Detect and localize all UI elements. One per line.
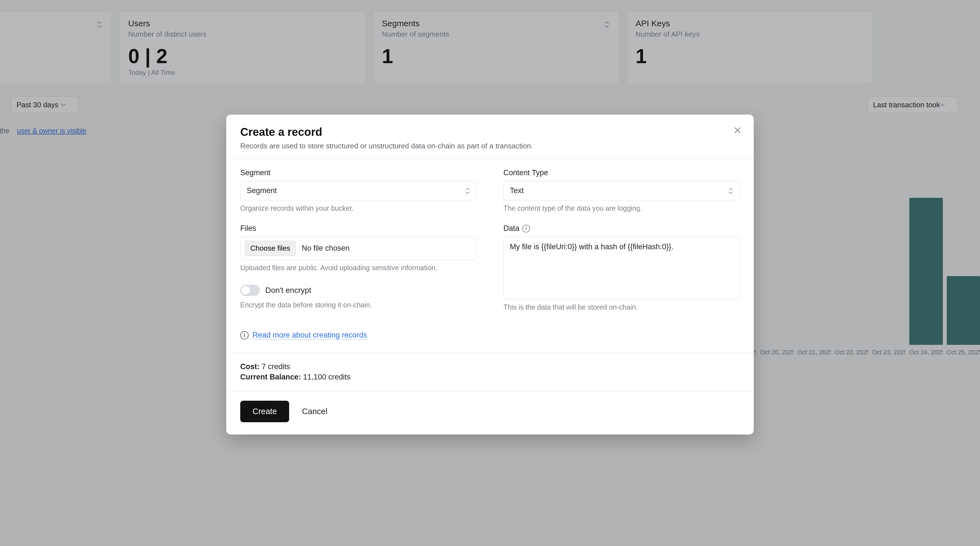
balance-line: Current Balance: 11,100 credits [240, 373, 740, 381]
chevron-updown-icon [728, 187, 733, 194]
files-field: Files Choose files No file chosen Upload… [240, 224, 477, 311]
encrypt-row: Don't encrypt [240, 285, 477, 296]
encrypt-helper: Encrypt the data before storing it on-ch… [240, 301, 477, 309]
content-type-select[interactable]: Text [503, 181, 740, 201]
content-type-label: Content Type [503, 169, 740, 177]
cost-label: Cost: [240, 363, 259, 371]
cancel-button[interactable]: Cancel [302, 407, 327, 416]
cost-line: Cost: 7 credits [240, 363, 740, 371]
content-type-field: Content Type Text The content type of th… [503, 169, 740, 212]
create-record-modal: Create a record Records are used to stor… [226, 115, 754, 435]
info-icon[interactable]: i [522, 224, 530, 232]
content-type-value: Text [510, 186, 524, 195]
content-type-helper: The content type of the data you are log… [503, 204, 740, 212]
choose-files-button[interactable]: Choose files [245, 241, 296, 256]
read-more-link[interactable]: Read more about creating records [253, 331, 367, 340]
segment-label: Segment [240, 169, 477, 177]
segment-helper: Organize records within your bucket. [240, 204, 477, 212]
cost-value: 7 credits [262, 363, 290, 371]
balance-label: Current Balance: [240, 373, 301, 381]
encrypt-label: Don't encrypt [266, 286, 311, 295]
info-icon: i [240, 331, 249, 339]
segment-select[interactable]: Segment [240, 181, 477, 201]
read-more-row: i Read more about creating records [240, 331, 740, 340]
close-icon[interactable] [733, 126, 742, 135]
modal-body: Segment Segment Organize records within … [226, 158, 754, 342]
data-label: Data i [503, 224, 740, 233]
modal-title: Create a record [240, 126, 740, 138]
data-textarea[interactable] [503, 237, 740, 299]
create-button[interactable]: Create [240, 401, 289, 422]
data-field: Data i This is the data that will be sto… [503, 224, 740, 311]
data-helper: This is the data that will be stored on-… [503, 303, 740, 311]
files-helper: Uploaded files are public. Avoid uploadi… [240, 264, 477, 272]
encrypt-toggle[interactable] [240, 285, 260, 296]
segment-value: Segment [247, 186, 277, 195]
modal-description: Records are used to store structured or … [240, 142, 740, 150]
modal-header: Create a record Records are used to stor… [226, 115, 754, 158]
file-input-row: Choose files No file chosen [240, 237, 477, 260]
data-label-text: Data [503, 224, 519, 233]
segment-field: Segment Segment Organize records within … [240, 169, 477, 212]
balance-value: 11,100 credits [303, 373, 351, 381]
chevron-updown-icon [465, 187, 470, 194]
modal-overlay[interactable]: Create a record Records are used to stor… [0, 0, 980, 546]
cost-block: Cost: 7 credits Current Balance: 11,100 … [226, 352, 754, 392]
file-chosen-text: No file chosen [302, 244, 350, 253]
modal-footer: Create Cancel [226, 392, 754, 435]
files-label: Files [240, 224, 477, 233]
